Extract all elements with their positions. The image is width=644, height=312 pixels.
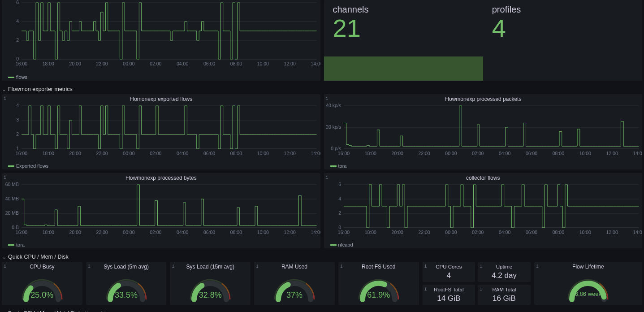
panel-title: Flomonexp exported flows xyxy=(2,94,320,103)
panel-cpu-busy[interactable]: i CPU Busy 25.0% xyxy=(2,262,82,305)
svg-text:14:00: 14:00 xyxy=(633,230,642,235)
panel-title: Flowmonexp processed bytes xyxy=(2,173,320,182)
panel-title: CPU Busy xyxy=(2,262,82,271)
panel-exported-flows[interactable]: i Flomonexp exported flows 123416:0018:0… xyxy=(2,94,320,169)
svg-text:18:00: 18:00 xyxy=(364,230,376,235)
panel-menu-icon[interactable]: i xyxy=(536,264,539,269)
panel-ram-total[interactable]: i RAM Total 16 GiB xyxy=(478,285,531,305)
svg-text:06:00: 06:00 xyxy=(203,61,215,66)
stat-value: 14 GiB xyxy=(437,294,460,303)
svg-text:18:00: 18:00 xyxy=(43,61,54,66)
panel-rootfs-total[interactable]: i RootFS Total 14 GiB xyxy=(423,285,475,305)
panel-load5[interactable]: i Sys Load (5m avg) 33.5% xyxy=(86,262,167,305)
panel-menu-icon[interactable]: i xyxy=(4,175,6,180)
panel-menu-icon[interactable]: i xyxy=(4,264,6,269)
panel-ram-used[interactable]: i RAM Used 37% xyxy=(254,262,335,305)
stat-title: Uptime xyxy=(496,264,512,269)
svg-text:14:00: 14:00 xyxy=(311,151,320,156)
panel-menu-icon[interactable]: i xyxy=(88,264,91,269)
svg-text:02:00: 02:00 xyxy=(472,151,484,156)
gauge-value: 25.0% xyxy=(30,290,53,300)
svg-text:02:00: 02:00 xyxy=(150,61,161,66)
section-basic[interactable]: ⌵ Basic CPU / Mem / Net / Disk (4 panels… xyxy=(2,308,642,312)
svg-text:4: 4 xyxy=(16,19,19,24)
svg-text:06:00: 06:00 xyxy=(203,230,215,235)
svg-text:1: 1 xyxy=(16,146,19,151)
panel-cpu-cores[interactable]: i CPU Cores 4 xyxy=(423,262,475,282)
svg-text:10:00: 10:00 xyxy=(257,151,269,156)
panel-menu-icon[interactable]: i xyxy=(480,286,482,291)
section-exporter[interactable]: ⌵ Flowmon exporter metrics xyxy=(2,84,642,94)
panel-rootfs-used[interactable]: i Root FS Used 61.9% xyxy=(338,262,419,305)
panel-menu-icon[interactable]: i xyxy=(424,264,427,269)
chart-processed-bytes: 0 B20 MB40 MB60 MB16:0018:0020:0022:0000… xyxy=(2,182,320,236)
row-exporter-1: i Flomonexp exported flows 123416:0018:0… xyxy=(2,94,642,169)
row-quick: i CPU Busy 25.0% i Sys Load (5m avg) 33.… xyxy=(2,262,642,305)
svg-text:16:00: 16:00 xyxy=(337,151,349,156)
svg-text:10:00: 10:00 xyxy=(257,61,269,66)
svg-text:20:00: 20:00 xyxy=(391,151,403,156)
panel-menu-icon[interactable]: i xyxy=(326,175,328,180)
svg-text:12:00: 12:00 xyxy=(606,151,618,156)
panel-menu-icon[interactable]: i xyxy=(340,264,343,269)
legend-label: nfcapd xyxy=(338,242,353,247)
svg-text:3: 3 xyxy=(16,117,19,122)
svg-text:14:00: 14:00 xyxy=(311,61,320,66)
svg-text:00:00: 00:00 xyxy=(123,61,134,66)
svg-text:22:00: 22:00 xyxy=(418,151,430,156)
panel-menu-icon[interactable]: i xyxy=(172,264,174,269)
stat-title: RootFS Total xyxy=(434,287,463,292)
panel-title: collector flows xyxy=(324,173,643,182)
svg-text:2: 2 xyxy=(16,132,19,137)
svg-text:2: 2 xyxy=(338,211,341,216)
section-quick[interactable]: ⌵ Quick CPU / Mem / Disk xyxy=(2,252,642,262)
svg-text:60 MB: 60 MB xyxy=(5,182,19,187)
panel-menu-icon[interactable]: i xyxy=(4,96,6,101)
svg-text:22:00: 22:00 xyxy=(96,151,108,156)
legend-exported[interactable]: Exported flows xyxy=(2,162,320,169)
svg-text:06:00: 06:00 xyxy=(203,151,215,156)
panel-menu-icon[interactable]: i xyxy=(256,264,259,269)
svg-text:10:00: 10:00 xyxy=(579,151,591,156)
stat-channels: channels 21 xyxy=(324,0,483,56)
legend-bytes[interactable]: tora xyxy=(2,241,320,248)
svg-text:6: 6 xyxy=(16,0,19,5)
svg-text:16:00: 16:00 xyxy=(16,230,27,235)
svg-text:6: 6 xyxy=(338,182,341,187)
row-exporter-2: i Flowmonexp processed bytes 0 B20 MB40 … xyxy=(2,173,642,248)
panel-load15[interactable]: i Sys Load (15m avg) 32.8% xyxy=(170,262,251,305)
panel-collector-flows[interactable]: i collector flows 024616:0018:0020:0022:… xyxy=(324,173,643,248)
panel-flows[interactable]: 024616:0018:0020:0022:0000:0002:0004:000… xyxy=(2,0,320,81)
panel-menu-icon[interactable]: i xyxy=(326,96,328,101)
svg-text:20:00: 20:00 xyxy=(69,61,81,66)
svg-text:00:00: 00:00 xyxy=(123,151,134,156)
svg-text:0: 0 xyxy=(16,56,19,61)
svg-text:20:00: 20:00 xyxy=(69,151,81,156)
row-top: 024616:0018:0020:0022:0000:0002:0004:000… xyxy=(2,0,642,81)
stat-bar-fill xyxy=(324,56,483,81)
svg-text:12:00: 12:00 xyxy=(284,151,296,156)
stat-bar-wrap xyxy=(324,56,643,81)
svg-text:00:00: 00:00 xyxy=(123,230,134,235)
svg-text:02:00: 02:00 xyxy=(150,230,161,235)
panel-title: Sys Load (5m avg) xyxy=(86,262,167,271)
panel-uptime[interactable]: i Uptime 4.2 day xyxy=(478,262,531,282)
legend-packets[interactable]: tora xyxy=(324,162,643,169)
panel-menu-icon[interactable]: i xyxy=(480,264,482,269)
svg-text:22:00: 22:00 xyxy=(418,230,430,235)
panel-big-stats[interactable]: channels 21 profiles 4 xyxy=(324,0,643,81)
legend-collector[interactable]: nfcapd xyxy=(324,241,643,248)
panel-processed-packets[interactable]: i Flowmonexp processed packets 0 p/s20 k… xyxy=(324,94,643,169)
panel-flow-lifetime[interactable]: i Flow Lifetime 6.86 week xyxy=(534,262,642,305)
svg-text:2: 2 xyxy=(16,38,19,43)
gauge-cpu-busy: 25.0% xyxy=(2,271,82,305)
panel-menu-icon[interactable]: i xyxy=(424,286,427,291)
legend-flows[interactable]: flows xyxy=(2,74,320,81)
svg-text:08:00: 08:00 xyxy=(552,230,564,235)
svg-text:06:00: 06:00 xyxy=(525,230,537,235)
stat-channels-label: channels xyxy=(333,4,474,15)
panel-processed-bytes[interactable]: i Flowmonexp processed bytes 0 B20 MB40 … xyxy=(2,173,320,248)
stat-value: 16 GiB xyxy=(493,294,516,303)
svg-text:40 MB: 40 MB xyxy=(5,196,19,201)
svg-text:02:00: 02:00 xyxy=(150,151,161,156)
